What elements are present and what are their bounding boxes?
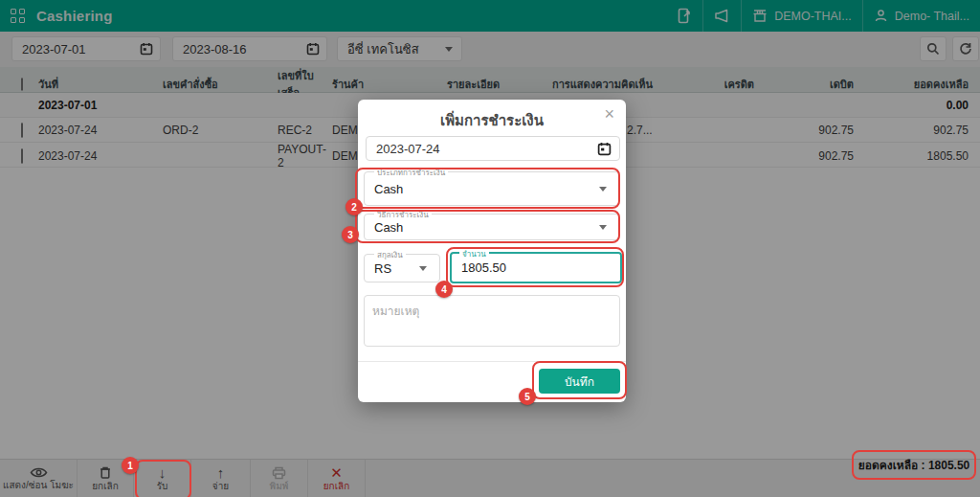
annotation-box-balance <box>852 450 976 480</box>
step-badge-1: 1 <box>122 457 139 474</box>
annotation-box-receive <box>135 460 191 497</box>
close-icon[interactable]: × <box>604 104 614 124</box>
payment-date-value: 2023-07-24 <box>367 142 597 156</box>
currency-value: RS <box>374 255 391 282</box>
annotation-box-save <box>532 361 627 399</box>
annotation-box-payment-type <box>355 168 620 209</box>
chevron-down-icon <box>419 266 427 271</box>
note-textarea[interactable]: หมายเหตุ <box>364 295 620 347</box>
annotation-box-amount <box>446 247 624 287</box>
calendar-icon <box>597 142 612 156</box>
payment-date-input[interactable]: 2023-07-24 <box>366 136 620 161</box>
step-badge-2: 2 <box>345 198 363 215</box>
modal-title: เพิ่มการชำระเงิน <box>358 109 626 132</box>
currency-select[interactable]: สกุลเงิน RS <box>364 254 440 282</box>
step-badge-4: 4 <box>435 281 453 298</box>
step-badge-3: 3 <box>342 226 359 243</box>
annotation-box-payment-method <box>355 210 620 243</box>
cashiering-screen: Cashiering DEMO-THAI... <box>0 0 980 497</box>
step-badge-5: 5 <box>519 388 536 405</box>
